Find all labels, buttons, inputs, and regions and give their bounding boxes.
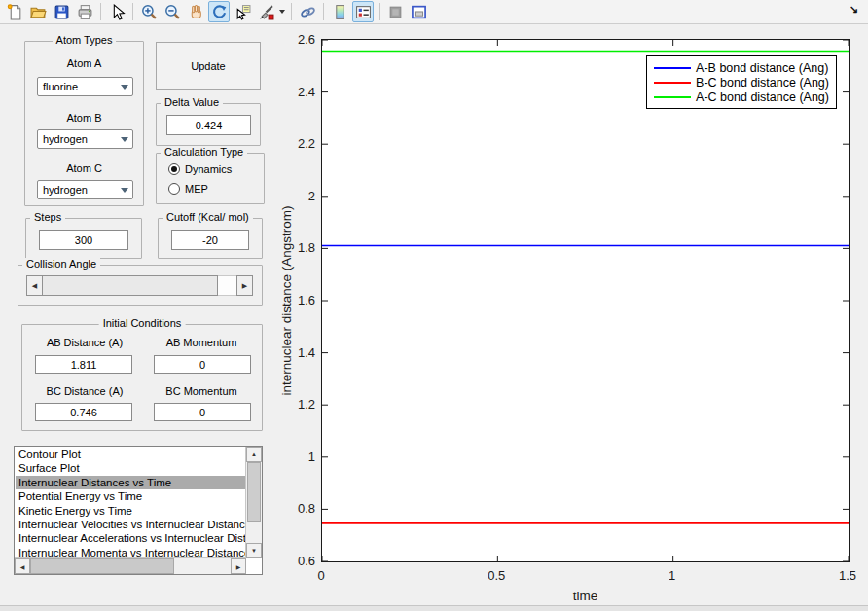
list-item[interactable]: Potential Energy vs Time: [16, 489, 245, 503]
delta-value-field[interactable]: 0.424: [166, 115, 251, 135]
radio-icon: [168, 163, 180, 175]
toolbar-overflow-icon[interactable]: ↘: [850, 3, 858, 16]
list-item[interactable]: Contour Plot: [16, 448, 245, 461]
y-tick-label: 0.6: [280, 554, 315, 568]
group-title: Steps: [30, 211, 65, 223]
matlab-figure-window: ↘ Atom Types Atom A fluorine Atom B hydr…: [0, 0, 868, 611]
vertical-scroll-thumb[interactable]: [247, 462, 261, 522]
figure-toolbar: ↘: [0, 0, 868, 24]
y-tick-label: 2.4: [280, 85, 315, 99]
dynamics-radio[interactable]: Dynamics: [168, 163, 232, 175]
legend-entry: A-C bond distance (Ang): [654, 90, 829, 104]
slider-track[interactable]: [218, 275, 236, 296]
legend-line-sample: [654, 67, 691, 69]
edit-plot-button[interactable]: [106, 1, 127, 22]
ab-distance-field[interactable]: 1.811: [35, 355, 132, 374]
ab-momentum-label: AB Momentum: [147, 337, 256, 348]
y-tick-label: 0.8: [280, 501, 315, 516]
delta-value-group: Delta Value 0.424: [156, 103, 261, 146]
plot-tools-icon: [387, 4, 404, 20]
list-item[interactable]: Internuclear Accelerations vs Internucle…: [16, 531, 245, 545]
atom-b-select[interactable]: hydrogen: [37, 129, 133, 149]
collision-angle-slider[interactable]: ◀ ▶: [26, 275, 256, 296]
zoom-in-button[interactable]: [138, 1, 160, 22]
atom-c-select[interactable]: hydrogen: [37, 180, 133, 199]
data-cursor-button[interactable]: [232, 1, 253, 22]
ab-momentum-field[interactable]: 0: [154, 355, 251, 374]
group-title: Calculation Type: [161, 146, 247, 158]
horizontal-scroll-track[interactable]: [174, 558, 231, 574]
data-cursor-icon: [235, 4, 251, 20]
list-item[interactable]: Kinetic Energy vs Time: [16, 504, 245, 518]
save-figure-button[interactable]: [51, 1, 72, 22]
chevron-down-icon: [117, 188, 132, 193]
list-item[interactable]: Internuclear Velocities vs Internuclear …: [16, 518, 245, 531]
x-tick-label: 0.5: [472, 568, 521, 583]
legend-line-sample: [654, 96, 691, 98]
slider-right-arrow[interactable]: ▶: [236, 275, 253, 296]
atom-a-select[interactable]: fluorine: [37, 77, 133, 96]
link-plot-button[interactable]: [297, 1, 318, 22]
legend-label: B-C bond distance (Ang): [696, 76, 829, 90]
toolbar-separator: [291, 3, 292, 20]
steps-group: Steps 300: [25, 218, 142, 259]
colorbar-icon: [332, 4, 348, 20]
legend-line-sample: [654, 82, 691, 84]
brush-dropdown-caret-icon[interactable]: [277, 1, 287, 22]
list-item[interactable]: Internuclear Momenta vs Internuclear Dis…: [16, 546, 245, 557]
cutoff-field[interactable]: -20: [171, 230, 249, 250]
atom-b-label: Atom B: [25, 112, 143, 124]
horizontal-scroll-thumb[interactable]: [30, 558, 174, 574]
insert-colorbar-button[interactable]: [329, 1, 350, 22]
pan-button[interactable]: [185, 1, 206, 22]
update-button[interactable]: Update: [156, 42, 261, 90]
rotate-3d-button[interactable]: [208, 1, 230, 22]
bc-distance-field[interactable]: 0.746: [35, 403, 132, 421]
print-icon: [77, 4, 93, 20]
zoom-out-button[interactable]: [162, 1, 183, 22]
window-bottom-edge: [0, 605, 868, 611]
group-title: Delta Value: [161, 96, 223, 108]
radio-label: Dynamics: [185, 163, 232, 175]
print-figure-button[interactable]: [74, 1, 95, 22]
y-axis-label: internuclear distance (Angstrom): [279, 205, 294, 395]
scroll-right-icon[interactable]: ▶: [231, 558, 246, 574]
legend-label: A-C bond distance (Ang): [696, 90, 829, 104]
insert-legend-button[interactable]: [352, 1, 374, 22]
save-icon: [54, 4, 70, 20]
list-item[interactable]: Surface Plot: [16, 461, 245, 475]
slider-thumb[interactable]: [42, 275, 218, 296]
bc-momentum-field[interactable]: 0: [154, 403, 251, 421]
zoom-in-icon: [141, 4, 158, 20]
open-file-button[interactable]: [27, 1, 49, 22]
mep-radio[interactable]: MEP: [168, 183, 208, 195]
new-document-icon: [7, 4, 23, 20]
steps-field[interactable]: 300: [39, 230, 128, 250]
open-folder-icon: [30, 4, 47, 20]
slider-left-arrow[interactable]: ◀: [26, 275, 43, 296]
ab-distance-label: AB Distance (A): [30, 337, 139, 348]
zoom-out-icon: [164, 4, 181, 20]
plot-legend[interactable]: A-B bond distance (Ang)B-C bond distance…: [646, 55, 837, 109]
toolbar-separator: [132, 3, 133, 20]
dock-figure-button[interactable]: [408, 1, 429, 22]
cutoff-group: Cutoff (Kcal/ mol) -20: [158, 218, 263, 259]
new-figure-button[interactable]: [4, 1, 25, 22]
atom-c-label: Atom C: [25, 162, 143, 174]
atom-c-value: hydrogen: [38, 184, 117, 196]
brush-data-button[interactable]: [255, 1, 276, 22]
scroll-up-icon[interactable]: ▲: [246, 447, 262, 462]
y-tick-label: 2: [280, 189, 315, 203]
vertical-scrollbar[interactable]: ▲ ▼: [245, 447, 262, 558]
radio-icon: [168, 183, 180, 195]
list-item[interactable]: Internuclear Distances vs Time: [16, 476, 245, 489]
bc-distance-label: BC Distance (A): [30, 385, 139, 397]
axes[interactable]: A-B bond distance (Ang)B-C bond distance…: [321, 39, 850, 562]
horizontal-scrollbar[interactable]: ◀ ▶: [15, 557, 246, 574]
chevron-down-icon: [117, 85, 132, 90]
toolbar-separator: [323, 3, 324, 20]
toolbar-separator: [100, 3, 101, 20]
scroll-left-icon[interactable]: ◀: [15, 558, 30, 574]
hide-plot-tools-button[interactable]: [384, 1, 406, 22]
scroll-down-icon[interactable]: ▼: [246, 543, 262, 558]
